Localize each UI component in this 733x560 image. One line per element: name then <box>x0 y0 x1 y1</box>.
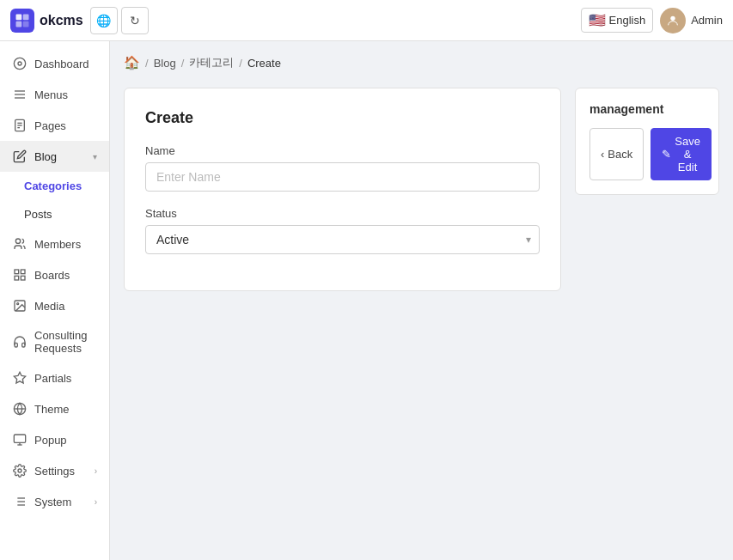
popup-icon <box>12 432 27 447</box>
layout: Dashboard Menus Pages Blog ▾ Categories <box>0 41 733 560</box>
sidebar-label-blog: Blog <box>34 150 86 163</box>
breadcrumb-sep-2: / <box>181 57 185 70</box>
back-button[interactable]: ‹ Back <box>589 128 644 180</box>
name-group: Name <box>145 144 540 192</box>
refresh-icon: ↻ <box>130 14 140 27</box>
breadcrumb: 🏠 / Blog / 카테고리 / Create <box>124 55 719 70</box>
sidebar-label-pages: Pages <box>34 119 97 132</box>
status-group: Status Active Inactive ▾ <box>145 207 540 254</box>
refresh-button[interactable]: ↻ <box>121 7 149 34</box>
sidebar-label-members: Members <box>34 238 97 251</box>
logo-icon <box>10 9 34 33</box>
theme-icon <box>12 401 27 417</box>
topbar-left: okcms 🌐 ↻ <box>10 7 149 34</box>
logo: okcms <box>10 9 83 33</box>
save-edit-button[interactable]: ✎ Save & Edit <box>651 128 712 180</box>
system-chevron-icon: › <box>95 497 97 507</box>
main-content: 🏠 / Blog / 카테고리 / Create Create Name Sta… <box>110 41 733 560</box>
sidebar-item-partials[interactable]: Partials <box>0 362 109 393</box>
svg-point-20 <box>17 303 19 305</box>
sidebar-label-posts: Posts <box>24 208 97 221</box>
status-label: Status <box>145 207 540 220</box>
sidebar-item-consulting[interactable]: Consulting Requests <box>0 321 109 362</box>
breadcrumb-sep-1: / <box>145 57 149 70</box>
topbar: okcms 🌐 ↻ 🇺🇸 English Admin <box>0 0 733 41</box>
svg-point-6 <box>18 62 21 65</box>
logo-text: okcms <box>40 13 83 28</box>
admin-label: Admin <box>691 14 723 27</box>
sidebar-item-boards[interactable]: Boards <box>0 259 109 290</box>
breadcrumb-sep-3: / <box>239 57 242 70</box>
home-icon[interactable]: 🏠 <box>124 55 140 70</box>
sidebar-label-dashboard: Dashboard <box>34 58 97 70</box>
avatar <box>660 8 686 33</box>
svg-rect-1 <box>23 14 29 20</box>
sidebar-item-posts[interactable]: Posts <box>0 200 109 228</box>
back-label: Back <box>608 148 632 161</box>
name-label: Name <box>145 144 540 157</box>
sidebar: Dashboard Menus Pages Blog ▾ Categories <box>0 41 110 560</box>
sidebar-label-popup: Popup <box>34 434 97 447</box>
name-input[interactable] <box>145 162 540 192</box>
pages-icon <box>12 118 27 133</box>
sidebar-item-categories[interactable]: Categories <box>0 172 109 200</box>
sidebar-item-pages[interactable]: Pages <box>0 110 109 141</box>
sidebar-label-settings: Settings <box>34 465 88 478</box>
admin-button[interactable]: Admin <box>660 8 723 33</box>
save-icon: ✎ <box>662 148 671 161</box>
sidebar-item-members[interactable]: Members <box>0 228 109 259</box>
sidebar-label-partials: Partials <box>34 372 97 385</box>
settings-chevron-icon: › <box>95 466 97 476</box>
consulting-icon <box>12 334 27 350</box>
svg-rect-3 <box>23 21 29 27</box>
svg-point-26 <box>18 469 21 472</box>
sidebar-item-dashboard[interactable]: Dashboard <box>0 48 109 79</box>
svg-rect-15 <box>15 270 19 274</box>
svg-point-4 <box>670 15 675 20</box>
members-icon <box>12 236 27 252</box>
topbar-icons: 🌐 ↻ <box>90 7 149 34</box>
media-icon <box>12 298 27 313</box>
sidebar-item-menus[interactable]: Menus <box>0 79 109 110</box>
sidebar-item-media[interactable]: Media <box>0 290 109 321</box>
topbar-right: 🇺🇸 English Admin <box>581 8 724 33</box>
management-actions: ‹ Back ✎ Save & Edit <box>589 128 705 180</box>
svg-rect-23 <box>14 435 25 442</box>
breadcrumb-blog[interactable]: Blog <box>154 57 176 70</box>
sidebar-item-blog[interactable]: Blog ▾ <box>0 141 109 172</box>
sidebar-item-popup[interactable]: Popup <box>0 424 109 455</box>
sidebar-label-consulting: Consulting Requests <box>34 329 97 355</box>
breadcrumb-current: Create <box>247 57 281 70</box>
svg-point-14 <box>15 239 20 243</box>
svg-rect-16 <box>21 270 25 274</box>
breadcrumb-categories[interactable]: 카테고리 <box>189 55 234 70</box>
menus-icon <box>12 87 27 102</box>
sidebar-item-settings[interactable]: Settings › <box>0 455 109 486</box>
sidebar-label-theme: Theme <box>34 403 97 416</box>
language-button[interactable]: 🇺🇸 English <box>581 8 654 33</box>
svg-rect-17 <box>15 276 19 280</box>
sidebar-item-system[interactable]: System › <box>0 486 109 517</box>
language-label: English <box>609 14 646 27</box>
flag-icon: 🇺🇸 <box>589 12 606 28</box>
management-title: management <box>589 102 705 116</box>
svg-rect-2 <box>16 21 22 27</box>
status-select-wrap: Active Inactive ▾ <box>145 225 540 254</box>
sidebar-item-theme[interactable]: Theme <box>0 393 109 424</box>
dashboard-icon <box>12 56 27 71</box>
svg-rect-0 <box>16 14 22 20</box>
form-title: Create <box>145 109 540 127</box>
sidebar-label-menus: Menus <box>34 88 97 101</box>
sidebar-label-boards: Boards <box>34 269 97 282</box>
globe-button[interactable]: 🌐 <box>90 7 118 34</box>
globe-icon: 🌐 <box>96 14 111 27</box>
sidebar-label-categories: Categories <box>24 180 97 192</box>
management-card: management ‹ Back ✎ Save & Edit <box>575 88 719 195</box>
boards-icon <box>12 267 27 283</box>
save-label: Save & Edit <box>675 135 700 173</box>
blog-icon <box>12 149 27 164</box>
status-select[interactable]: Active Inactive <box>145 225 540 254</box>
partials-icon <box>12 370 27 386</box>
system-icon <box>12 494 27 509</box>
blog-chevron-icon: ▾ <box>93 152 97 161</box>
